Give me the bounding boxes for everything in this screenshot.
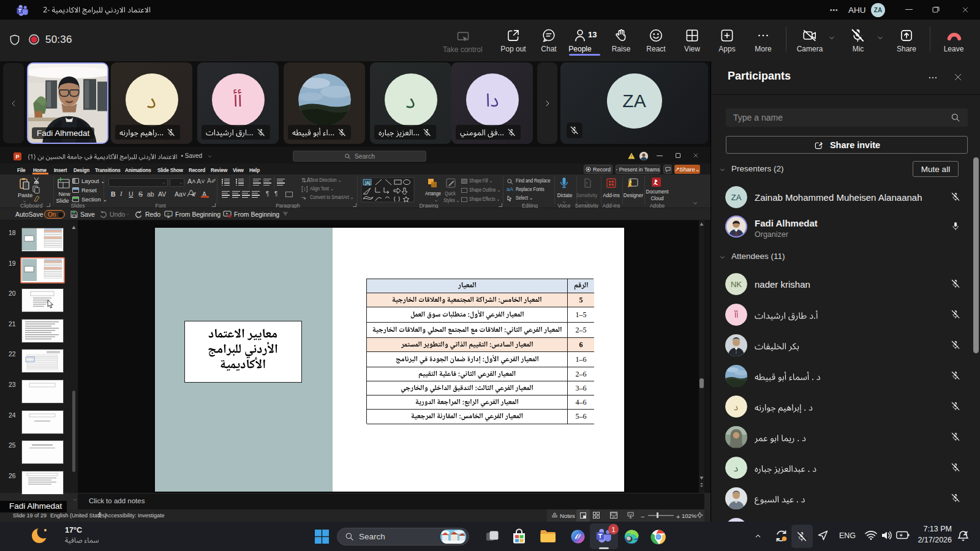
- svg-text:[A]: [A]: [365, 181, 371, 186]
